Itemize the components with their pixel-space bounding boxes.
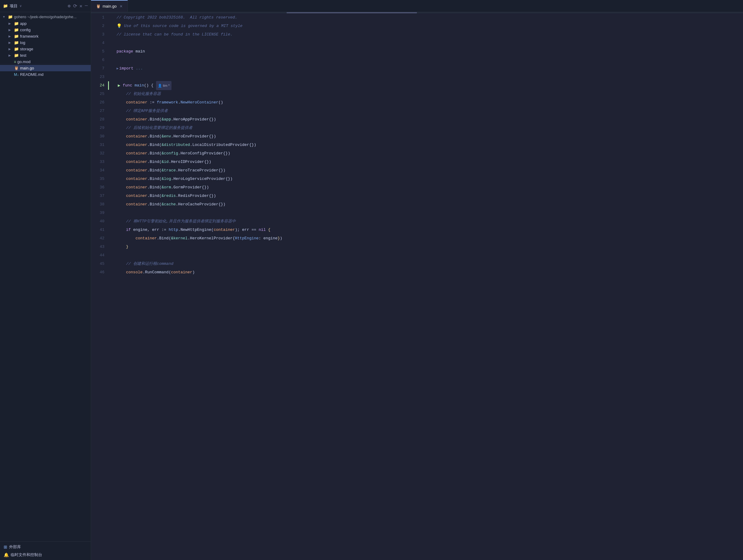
- ln-37: 37: [91, 192, 104, 200]
- code-token: .LocalDistributedProvider{}): [190, 141, 256, 149]
- code-line-27: // 绑定APP服务提供者: [117, 107, 743, 115]
- code-token: .Bind(: [147, 158, 162, 166]
- code-token: (): [219, 98, 223, 107]
- code-token: [117, 98, 126, 107]
- code-token: &orm: [162, 183, 171, 192]
- code-token: &app: [162, 115, 171, 124]
- storage-folder-icon: 📁: [14, 47, 19, 51]
- code-line-4: [117, 39, 743, 47]
- tab-close-button[interactable]: ✕: [120, 4, 123, 8]
- external-libs-icon: ⊞: [4, 545, 7, 549]
- ln-45: 45: [91, 260, 104, 268]
- code-token: engine, err :=: [131, 226, 169, 234]
- sidebar-item-readme[interactable]: ▶ M↓ README.md: [0, 71, 91, 78]
- add-icon[interactable]: ⊕: [68, 3, 71, 9]
- code-token: :=: [147, 98, 157, 107]
- code-token: [117, 234, 135, 243]
- refresh-icon[interactable]: ⟳: [73, 3, 77, 9]
- code-line-30: container .Bind( &env .HeroEnvProvider{}…: [117, 132, 743, 141]
- test-chevron: ▶: [8, 54, 13, 57]
- close-icon[interactable]: ✕: [80, 3, 83, 9]
- sidebar-tree: ▼ 📁 gohero ~/jeek-demo/gohade/gohe... ▶ …: [0, 12, 91, 542]
- minimize-icon[interactable]: —: [85, 3, 88, 9]
- code-token: ); err ==: [235, 226, 259, 234]
- ln-28: 28: [91, 115, 104, 124]
- code-content[interactable]: // Copyright 2022 bob2325168. All rights…: [114, 13, 743, 560]
- code-token: .Bind(: [147, 132, 162, 141]
- tab-maingo[interactable]: 🦉 main.go ✕: [91, 0, 128, 12]
- sidebar-item-label: go.mod: [17, 59, 30, 64]
- code-line-37: container .Bind( &redis .RedisProvider{}…: [117, 192, 743, 200]
- sidebar-item-label: framework: [20, 34, 39, 39]
- sidebar-bottom: ⊞ 外部库 🔔 临时文件和控制台: [0, 542, 91, 560]
- external-libs-label: 外部库: [9, 544, 21, 550]
- ln-35: 35: [91, 175, 104, 183]
- code-line-25: // 初始化服务容器: [117, 90, 743, 98]
- lamp-icon: 💡: [117, 22, 122, 30]
- code-token: main: [132, 81, 144, 90]
- ln-24: 24: [91, 81, 104, 90]
- tab-icon: 🦉: [96, 4, 101, 8]
- sidebar-item-app[interactable]: ▶ 📁 app: [0, 20, 91, 27]
- code-token: &trace: [162, 166, 176, 175]
- code-token: ...: [133, 64, 143, 73]
- code-token: : engine: [259, 234, 277, 243]
- code-editor[interactable]: 1 2 3 4 5 6 7 23 24 25 26 27 28 29 30 31…: [91, 13, 743, 560]
- sidebar-item-log[interactable]: ▶ 📁 log: [0, 39, 91, 46]
- code-token: // Copyright 2022 bob2325168. All rights…: [117, 13, 237, 22]
- code-token: .HeroConfigProvider{}): [178, 149, 230, 158]
- code-line-29: // 后续初始化需要绑定的服务提供者: [117, 124, 743, 132]
- editor-area: 🦉 main.go ✕ 1 2 3 4 5 6 7 23 24 25 26 27…: [91, 0, 743, 560]
- code-line-39: [117, 209, 743, 217]
- ln-40: 40: [91, 217, 104, 226]
- code-token: container: [117, 149, 147, 158]
- ln-27: 27: [91, 107, 104, 115]
- sidebar-item-maingo[interactable]: ▶ 🦉 main.go: [0, 65, 91, 71]
- framework-folder-icon: 📁: [14, 34, 19, 39]
- code-token: ): [192, 268, 195, 277]
- code-token: &id: [162, 158, 168, 166]
- code-token: container: [117, 141, 147, 149]
- gutter: [108, 13, 114, 560]
- fold-arrow-7[interactable]: ▶: [117, 64, 119, 73]
- code-token: // 后续初始化需要绑定的服务提供者: [117, 124, 192, 132]
- code-token: NewHeroContainer: [181, 98, 219, 107]
- ln-44: 44: [91, 251, 104, 260]
- sidebar-header-left[interactable]: 📁 项目 ∨: [3, 3, 22, 9]
- code-token: console: [126, 268, 143, 277]
- ln-43: 43: [91, 243, 104, 251]
- project-root[interactable]: ▼ 📁 gohero ~/jeek-demo/gohade/gohe...: [0, 13, 91, 20]
- code-line-42: container .Bind( &kernel .HeroKernelProv…: [117, 234, 743, 243]
- code-token: container: [117, 175, 147, 183]
- sidebar-title: 项目: [10, 3, 17, 9]
- code-token: .Bind(: [147, 200, 162, 209]
- ln-7: 7: [91, 64, 104, 73]
- app-chevron: ▶: [8, 22, 13, 25]
- sidebar-item-framework[interactable]: ▶ 📁 framework: [0, 33, 91, 39]
- code-token: &env: [162, 132, 171, 141]
- code-line-34: container .Bind( &trace .HeroTraceProvid…: [117, 166, 743, 175]
- sidebar-item-label: README.md: [20, 72, 43, 77]
- sidebar-item-config[interactable]: ▶ 📁 config: [0, 27, 91, 33]
- ln-41: 41: [91, 226, 104, 234]
- code-token: func: [120, 81, 132, 90]
- sidebar-item-label: log: [20, 40, 25, 45]
- code-token: &log: [162, 175, 171, 183]
- sidebar-item-external-libs[interactable]: ⊞ 外部库: [0, 543, 91, 551]
- sidebar-item-test[interactable]: ▶ 📁 test: [0, 52, 91, 58]
- sidebar-item-temp-files[interactable]: 🔔 临时文件和控制台: [0, 551, 91, 559]
- sidebar-item-gomod[interactable]: ▶ ≡ go.mod: [0, 58, 91, 65]
- code-token: .Bind(: [157, 234, 171, 243]
- sidebar-item-storage[interactable]: ▶ 📁 storage: [0, 46, 91, 52]
- line-numbers: 1 2 3 4 5 6 7 23 24 25 26 27 28 29 30 31…: [91, 13, 108, 560]
- ln-36: 36: [91, 183, 104, 192]
- code-line-6: [117, 56, 743, 64]
- code-token: .RunCommand(: [143, 268, 171, 277]
- ln-26: 26: [91, 98, 104, 107]
- ln-34: 34: [91, 166, 104, 175]
- code-token: &distributed: [162, 141, 190, 149]
- app-folder-icon: 📁: [14, 21, 19, 26]
- run-icon[interactable]: ▶: [118, 81, 120, 90]
- code-token: container: [117, 115, 147, 124]
- code-line-33: container .Bind( &id .HeroIDProvider{}): [117, 158, 743, 166]
